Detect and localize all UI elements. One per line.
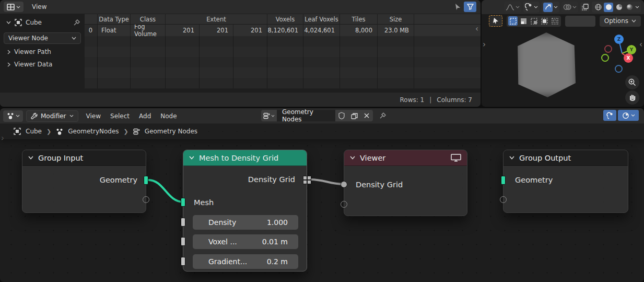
funnel-icon — [467, 4, 474, 10]
breadcrumb-object[interactable]: Cube — [26, 128, 42, 135]
collapse-chevron-icon[interactable] — [28, 156, 33, 160]
node-header[interactable]: Group Output — [504, 150, 628, 166]
breadcrumb-modifier[interactable]: GeometryNodes — [68, 128, 119, 135]
menu-select[interactable]: Select — [106, 109, 134, 123]
filter-toggle-button[interactable] — [464, 2, 476, 12]
col-tiles[interactable]: Tiles — [340, 14, 378, 25]
table-row[interactable]: 0 Float Fog Volume 201 201 201 8,120,601… — [85, 25, 481, 36]
snap-group[interactable] — [523, 2, 540, 13]
navigation-gizmo[interactable]: Z Y X — [601, 33, 643, 76]
node-group-input[interactable]: Group Input Geometry — [22, 150, 146, 213]
gizmo-axis-x[interactable]: X — [624, 53, 633, 63]
pin-icon[interactable] — [73, 19, 80, 26]
field-density[interactable]: Density 1.000 — [193, 215, 298, 230]
material-preview-icon — [616, 4, 623, 10]
active-tool-button[interactable] — [489, 15, 502, 27]
col-voxels[interactable]: Voxels — [267, 14, 303, 25]
sidebar-toggle[interactable]: ‹ — [639, 41, 642, 48]
menu-node[interactable]: Node — [156, 109, 181, 123]
node-header[interactable]: Viewer — [344, 150, 467, 166]
gizmo-axis-y-neg[interactable] — [601, 54, 609, 62]
socket-geometry-output[interactable] — [144, 176, 148, 185]
snap-toggle-button[interactable] — [603, 110, 616, 121]
tree-name-field[interactable]: Geometry Nodes — [277, 110, 335, 121]
browse-tree-button[interactable] — [261, 110, 277, 121]
col-extent[interactable]: Extent — [166, 14, 267, 25]
xray-toggle[interactable] — [580, 3, 590, 12]
socket-geometry-input[interactable] — [501, 176, 506, 185]
col-class[interactable]: Class — [131, 14, 166, 25]
gizmo-axis-z-neg[interactable] — [615, 65, 623, 73]
dataset-object-row[interactable]: Cube — [6, 19, 80, 26]
viewport-tool-settings: Options — [482, 14, 644, 28]
field-gradient-width[interactable]: Gradient... 0.2 m — [193, 254, 298, 269]
socket-grid-output[interactable] — [303, 176, 311, 184]
toolbar-toggle[interactable]: › — [483, 41, 486, 48]
snap-mode-dropdown[interactable] — [618, 110, 639, 121]
options-dropdown[interactable]: Options — [600, 16, 641, 27]
socket-density-input[interactable] — [181, 218, 185, 227]
side-panel-toggle[interactable]: ‹ — [475, 25, 478, 32]
new-copy-button[interactable] — [348, 110, 360, 121]
unlink-button[interactable] — [360, 110, 373, 121]
shading-material-button[interactable] — [614, 3, 624, 12]
socket-virtual[interactable] — [143, 196, 149, 203]
socket-label-geometry: Geometry — [100, 176, 137, 184]
node-mesh-to-density-grid[interactable]: Mesh to Density Grid Density Grid Mesh D… — [183, 150, 307, 272]
shading-rendered-button[interactable] — [625, 3, 634, 12]
socket-virtual[interactable] — [500, 196, 507, 203]
mode-dropdown[interactable]: Modifier — [26, 110, 78, 122]
gizmos-group[interactable] — [542, 2, 559, 13]
proportional-falloff-group[interactable] — [504, 2, 521, 13]
spreadsheet-footer: Rows: 1 | Columns: 7 — [0, 93, 481, 107]
shading-wireframe-button[interactable] — [593, 3, 603, 12]
breadcrumb-separator: ❯ — [124, 128, 128, 135]
cell-tiles: 8,000 — [340, 25, 378, 36]
collapse-chevron-icon[interactable] — [509, 156, 514, 160]
socket-gradient-input[interactable] — [181, 257, 185, 266]
select-mode-invert[interactable] — [540, 16, 549, 26]
viewer-node-select[interactable]: Viewer Node — [4, 32, 81, 44]
cell-extent-x: 201 — [166, 25, 200, 36]
zoom-button[interactable] — [625, 75, 639, 89]
collapse-chevron-icon[interactable] — [189, 156, 194, 160]
editor-type-nodes-button[interactable] — [3, 110, 23, 122]
socket-virtual[interactable] — [341, 201, 347, 208]
node-viewer[interactable]: Viewer Density Grid — [344, 150, 467, 216]
gizmo-axis-z[interactable]: Z — [614, 35, 624, 44]
socket-voxel-size-input[interactable] — [181, 237, 185, 246]
viewer-path-section[interactable]: Viewer Path — [7, 48, 51, 55]
col-size[interactable]: Size — [378, 14, 414, 25]
show-gizmo-toggle[interactable] — [543, 3, 553, 12]
breadcrumb-tree[interactable]: Geometry Nodes — [145, 128, 197, 135]
socket-label-density-grid: Density Grid — [356, 181, 403, 189]
editor-type-spreadsheet-button[interactable] — [4, 2, 24, 12]
cursor-filter-icon[interactable] — [454, 3, 462, 11]
node-header[interactable]: Group Input — [22, 150, 146, 166]
col-leaf-voxels[interactable]: Leaf Voxels — [303, 14, 340, 25]
select-mode-intersect[interactable] — [550, 16, 559, 26]
socket-mesh-input[interactable] — [181, 198, 185, 207]
select-mode-extend[interactable] — [519, 16, 528, 26]
menu-view[interactable]: View — [81, 109, 106, 123]
menu-view[interactable]: View — [27, 0, 51, 14]
socket-density-grid-input[interactable] — [341, 181, 347, 188]
overlays-group[interactable] — [561, 2, 578, 13]
shading-solid-button[interactable] — [604, 3, 613, 12]
row-index: 0 — [85, 25, 98, 36]
node-header[interactable]: Mesh to Density Grid — [183, 150, 307, 166]
node-group-output[interactable]: Group Output Geometry — [503, 150, 628, 213]
select-mode-set[interactable] — [508, 16, 518, 26]
pan-button[interactable] — [625, 91, 639, 105]
select-mode-subtract[interactable] — [529, 16, 538, 26]
viewer-node-label: Viewer Node — [8, 35, 48, 42]
collapse-chevron-icon[interactable] — [350, 156, 355, 160]
empty-row — [85, 47, 481, 57]
menu-add[interactable]: Add — [134, 109, 156, 123]
gizmo-axis-x-neg[interactable] — [604, 45, 612, 53]
viewer-data-section[interactable]: Viewer Data — [7, 61, 52, 68]
field-voxel-size[interactable]: Voxel ... 0.01 m — [193, 234, 298, 249]
col-data-type[interactable]: Data Type — [98, 14, 131, 25]
pin-icon[interactable] — [379, 112, 387, 119]
fake-user-button[interactable] — [335, 110, 348, 121]
